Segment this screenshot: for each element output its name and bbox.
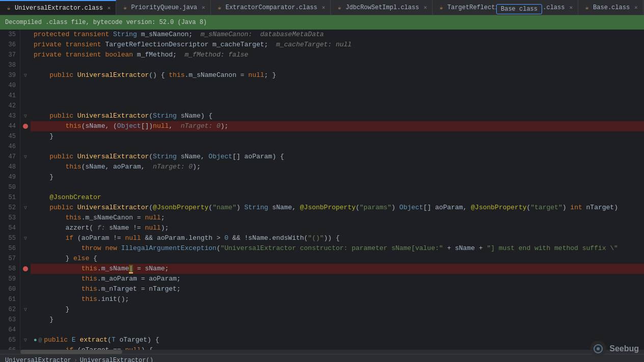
line-59: 59 <box>0 274 20 284</box>
gutter-47: ▽ <box>20 152 31 162</box>
gutter-43: ▽ <box>20 111 31 121</box>
tab-label: UniversalExtractor.class <box>15 5 103 12</box>
gutter-49 <box>20 172 31 182</box>
gutter-54 <box>20 223 31 233</box>
code-line-57: } else { <box>31 254 644 264</box>
tab-close[interactable]: ✕ <box>423 4 427 11</box>
code-line-42 <box>31 101 644 111</box>
collapse-39[interactable]: ▽ <box>24 72 27 78</box>
line-42: 42 <box>0 101 20 111</box>
line-55: 55 <box>0 233 20 243</box>
code-line-66: if (oTarget == null) { <box>31 345 644 350</box>
line-38: 38 <box>0 60 20 70</box>
tab-close[interactable]: ✕ <box>202 4 205 11</box>
code-line-49: } <box>31 172 644 182</box>
code-line-53: this.m_sNameCanon = null; <box>31 213 644 223</box>
gutter-55: ▽ <box>20 233 31 243</box>
java-icon: ☕ <box>583 4 591 11</box>
gutter-39: ▽ <box>20 70 31 80</box>
tab-extractor-comparator[interactable]: ☕ ExtractorComparator.class ✕ <box>211 0 331 15</box>
line-46: 46 <box>0 142 20 152</box>
collapse-62[interactable]: ▽ <box>24 307 27 313</box>
gutter-51 <box>20 192 31 203</box>
info-bar: Decompiled .class file, bytecode version… <box>0 15 644 30</box>
line-49: 49 <box>0 172 20 182</box>
line-57: 57 <box>0 254 20 264</box>
tab-label: Base.class <box>593 4 630 11</box>
code-line-51: @JsonbCreator <box>31 192 644 203</box>
gutter-37 <box>20 50 31 60</box>
gutter-62: ▽ <box>20 304 31 315</box>
line-53: 53 <box>0 213 20 223</box>
gutter-38 <box>20 60 31 70</box>
tab-close[interactable]: ✕ <box>634 4 638 11</box>
tab-universal-extractor[interactable]: ☕ UniversalExtractor.class ✕ <box>0 0 116 15</box>
gutter-59 <box>20 274 31 284</box>
gutter-63 <box>20 315 31 325</box>
tab-priority-queue[interactable]: ☕ PriorityQueue.java ✕ <box>116 0 210 15</box>
collapse-55[interactable]: ▽ <box>24 235 27 241</box>
line-52: 52 <box>0 203 20 213</box>
line-45: 45 <box>0 131 20 142</box>
gutter-45 <box>20 131 31 142</box>
gutter-44[interactable] <box>20 121 31 131</box>
tab-close[interactable]: ✕ <box>108 5 111 11</box>
breakpoint-58[interactable] <box>23 266 28 271</box>
line-62: 62 <box>0 304 20 315</box>
code-line-56: throw new IllegalArgumentException("Univ… <box>31 243 644 254</box>
gutter-58[interactable] <box>20 264 31 274</box>
code-line-38 <box>31 60 644 70</box>
code-line-35: protected transient String m_sNameCanon;… <box>31 30 644 40</box>
code-line-50 <box>31 182 644 192</box>
tab-label: PriorityQueue.java <box>131 4 197 11</box>
gutter-56 <box>20 243 31 254</box>
code-line-58: this.m_sName| = sName; <box>31 264 644 274</box>
tab-close[interactable]: ✕ <box>322 4 326 11</box>
gutter-50 <box>20 182 31 192</box>
gutter-64 <box>20 325 31 335</box>
code-line-63: } <box>31 315 644 325</box>
gutter-42 <box>20 101 31 111</box>
gutter-66 <box>20 345 31 350</box>
breakpoint-44[interactable] <box>23 124 28 129</box>
code-line-55: if (aoParam != null && aoParam.length > … <box>31 233 644 243</box>
code-line-45: } <box>31 131 644 142</box>
collapse-52[interactable]: ▽ <box>24 205 27 211</box>
seebug-logo <box>590 341 606 357</box>
watermark: Seebug <box>590 341 639 357</box>
gutter-53 <box>20 213 31 223</box>
line-44: 44 <box>0 121 20 131</box>
breadcrumb-sep: › <box>74 357 77 363</box>
breadcrumb-class[interactable]: UniversalExtractor <box>5 357 71 363</box>
tab-jdbc-rowset[interactable]: ☕ JdbcRowSetImpl.class ✕ <box>331 0 433 15</box>
line-66: 66 <box>0 345 20 350</box>
code-line-46 <box>31 142 644 152</box>
gutter-40 <box>20 80 31 91</box>
gutter-52: ▽ <box>20 203 31 213</box>
line-43: 43 <box>0 111 20 121</box>
code-content[interactable]: protected transient String m_sNameCanon;… <box>31 30 644 350</box>
java-icon: ☕ <box>438 4 445 11</box>
tab-label: ExtractorComparator.class <box>226 4 317 11</box>
info-text: Decompiled .class file, bytecode version… <box>5 19 207 26</box>
collapse-47[interactable]: ▽ <box>24 154 27 160</box>
tab-base[interactable]: ☕ Base.class ✕ <box>578 0 643 15</box>
line-numbers: 35 36 37 38 39 40 41 42 43 44 45 46 47 4… <box>0 30 20 350</box>
base-class-tag[interactable]: Base class <box>496 4 542 14</box>
breadcrumb-method[interactable]: UniversalExtractor() <box>80 357 153 363</box>
gutter-60 <box>20 284 31 294</box>
scrollbar-area[interactable] <box>0 350 644 354</box>
gutter-41 <box>20 91 31 101</box>
tab-label: JdbcRowSetImpl.class <box>345 4 419 11</box>
line-56: 56 <box>0 243 20 254</box>
tab-close[interactable]: ✕ <box>569 4 573 11</box>
line-58: 58 <box>0 264 20 274</box>
gutter-57 <box>20 254 31 264</box>
scrollbar-thumb[interactable] <box>20 350 122 354</box>
line-48: 48 <box>0 162 20 172</box>
collapse-43[interactable]: ▽ <box>24 113 27 119</box>
code-line-48: this(sName, aoParam, nTarget: 0); <box>31 162 644 172</box>
code-line-62: } <box>31 304 644 315</box>
collapse-65[interactable]: ▽ <box>24 337 27 343</box>
code-line-54: azzert( f: sName != null); <box>31 223 644 233</box>
